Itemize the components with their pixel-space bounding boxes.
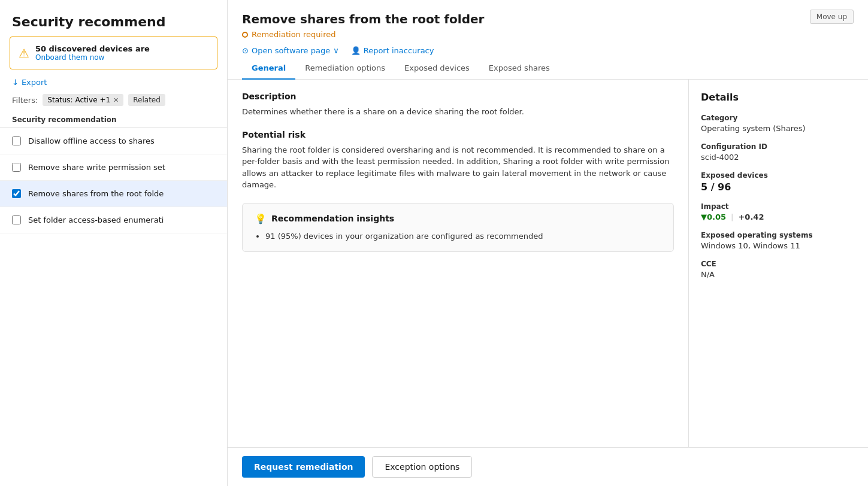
filter-related[interactable]: Related (128, 94, 165, 106)
description-heading: Description (242, 92, 674, 101)
left-panel: Security recommend ⚠ 50 discovered devic… (0, 0, 228, 486)
main-content: Description Determines whether there is … (228, 80, 688, 447)
filters-label: Filters: (12, 96, 38, 105)
impact-row: ▼0.05 | +0.42 (701, 212, 856, 221)
risk-text: Sharing the root folder is considered ov… (242, 144, 674, 191)
chevron-down-icon: ∨ (333, 46, 339, 55)
tab-exposed-shares[interactable]: Exposed shares (479, 57, 559, 80)
impact-negative: ▼0.05 (701, 212, 726, 221)
insights-header: 💡 Recommendation insights (255, 213, 661, 224)
request-remediation-button[interactable]: Request remediation (242, 456, 365, 478)
remediation-status: Remediation required (242, 30, 854, 39)
status-circle-icon (242, 32, 248, 38)
page-title: Security recommend (12, 14, 215, 29)
report-inaccuracy-button[interactable]: 👤 Report inaccuracy (351, 46, 434, 55)
alert-title: 50 discovered devices are (35, 44, 150, 53)
impact-divider: | (731, 212, 733, 221)
report-icon: 👤 (351, 46, 361, 55)
download-icon: ↓ (12, 78, 19, 87)
rec-item-label-3: Remove shares from the root folde (28, 189, 164, 198)
recommendation-list: Disallow offline access to shares Remove… (0, 128, 227, 486)
insights-item-1: 91 (95%) devices in your organization ar… (265, 230, 661, 242)
filters-row: Filters: Status: Active +1 ✕ Related (0, 92, 227, 112)
category-key: Category (701, 114, 856, 122)
insights-title: Recommendation insights (271, 214, 394, 223)
column-header: Security recommendation (0, 112, 227, 128)
details-heading: Details (701, 92, 856, 103)
alert-content: 50 discovered devices are Onboard them n… (35, 44, 150, 62)
tab-remediation[interactable]: Remediation options (295, 57, 395, 80)
risk-heading: Potential risk (242, 130, 674, 139)
detail-header: Move up Remove shares from the root fold… (228, 0, 868, 46)
content-area: Description Determines whether there is … (228, 80, 868, 447)
software-icon: ⊙ (242, 46, 249, 55)
rec-checkbox-3[interactable] (12, 189, 21, 198)
rec-checkbox-4[interactable] (12, 215, 21, 224)
tabs-row: General Remediation options Exposed devi… (228, 57, 868, 80)
details-sidebar: Details Category Operating system (Share… (688, 80, 868, 447)
right-panel: Move up Remove shares from the root fold… (228, 0, 868, 486)
impact-positive: +0.42 (738, 212, 764, 221)
cce-val: N/A (701, 270, 856, 279)
rec-checkbox-1[interactable] (12, 136, 21, 145)
rec-item-2[interactable]: Remove share write permission set (0, 154, 227, 181)
bottom-bar: Request remediation Exception options (228, 447, 868, 486)
description-text: Determines whether there is a share on a… (242, 106, 674, 118)
rec-checkbox-2[interactable] (12, 163, 21, 172)
rec-item-3[interactable]: Remove shares from the root folde (0, 181, 227, 207)
warning-icon: ⚠ (19, 46, 29, 60)
tab-general[interactable]: General (242, 57, 295, 80)
open-software-button[interactable]: ⊙ Open software page ∨ (242, 46, 339, 55)
category-val: Operating system (Shares) (701, 124, 856, 133)
cce-key: CCE (701, 260, 856, 268)
alert-banner: ⚠ 50 discovered devices are Onboard them… (10, 37, 217, 69)
left-header: Security recommend (0, 0, 227, 37)
move-up-button[interactable]: Move up (810, 10, 854, 24)
bulb-icon: 💡 (255, 213, 267, 224)
rec-item-label-1: Disallow offline access to shares (28, 136, 155, 145)
filter-remove-icon[interactable]: ✕ (113, 96, 119, 104)
config-id-key: Configuration ID (701, 142, 856, 151)
insights-list: 91 (95%) devices in your organization ar… (255, 230, 661, 242)
rec-item-label-2: Remove share write permission set (28, 163, 165, 172)
filter-tag: Status: Active +1 ✕ (43, 94, 123, 106)
detail-category: Category Operating system (Shares) (701, 114, 856, 133)
exposed-os-key: Exposed operating systems (701, 231, 856, 239)
insights-box: 💡 Recommendation insights 91 (95%) devic… (242, 203, 674, 253)
detail-config-id: Configuration ID scid-4002 (701, 142, 856, 162)
exception-options-button[interactable]: Exception options (372, 456, 472, 478)
detail-title: Remove shares from the root folder (242, 12, 854, 26)
exposed-devices-val: 5 / 96 (701, 181, 856, 193)
rec-item-label-4: Set folder access-based enumerati (28, 215, 164, 224)
export-button[interactable]: ↓ Export (12, 78, 47, 87)
config-id-val: scid-4002 (701, 153, 856, 162)
detail-cce: CCE N/A (701, 260, 856, 279)
impact-key: Impact (701, 202, 856, 211)
rec-item-1[interactable]: Disallow offline access to shares (0, 128, 227, 154)
exposed-devices-key: Exposed devices (701, 171, 856, 180)
rec-item-4[interactable]: Set folder access-based enumerati (0, 207, 227, 233)
detail-impact: Impact ▼0.05 | +0.42 (701, 202, 856, 221)
action-row: ⊙ Open software page ∨ 👤 Report inaccura… (228, 46, 868, 55)
tab-exposed-devices[interactable]: Exposed devices (395, 57, 479, 80)
detail-exposed-devices: Exposed devices 5 / 96 (701, 171, 856, 193)
toolbar: ↓ Export (0, 69, 227, 92)
exposed-os-val: Windows 10, Windows 11 (701, 241, 856, 250)
detail-exposed-os: Exposed operating systems Windows 10, Wi… (701, 231, 856, 250)
onboard-link[interactable]: Onboard them now (35, 53, 150, 62)
